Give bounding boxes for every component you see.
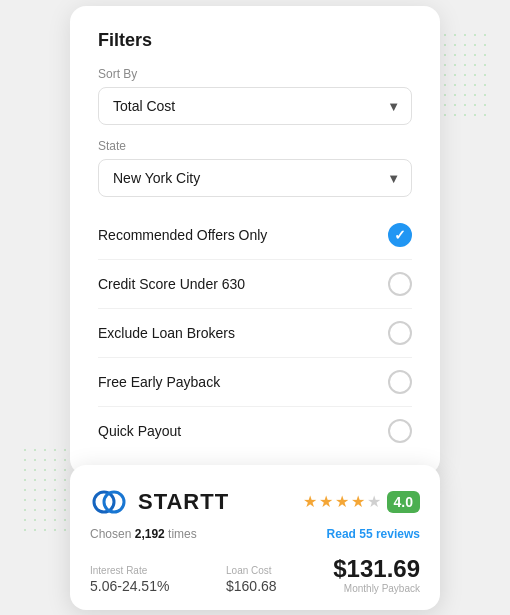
chosen-suffix: times [168,527,197,541]
sort-by-group: Sort By Total Cost Interest Rate Monthly… [98,67,412,125]
rating-badge: 4.0 [387,491,420,513]
result-meta-row: Chosen 2,192 times Read 55 reviews [90,527,420,541]
chosen-count: 2,192 [135,527,165,541]
checkbox-recommended[interactable] [388,223,412,247]
checkbox-item-recommended: Recommended Offers Only [98,211,412,260]
brand-logo: STARTT [90,483,229,521]
reviews-prefix: Read [327,527,360,541]
monthly-payback-label: Monthly Payback [333,583,420,594]
checkbox-label-credit-score: Credit Score Under 630 [98,276,245,292]
monthly-payback-group: $131.69 Monthly Payback [333,555,420,594]
result-card: STARTT ★ ★ ★ ★ ★ 4.0 Chosen 2,192 times [70,465,440,610]
star-3: ★ [335,492,349,511]
state-select-wrapper[interactable]: New York City Los Angeles Chicago Housto… [98,159,412,197]
star-rating: ★ ★ ★ ★ ★ [303,492,381,511]
state-select[interactable]: New York City Los Angeles Chicago Housto… [98,159,412,197]
main-container: Filters Sort By Total Cost Interest Rate… [70,6,440,610]
result-top-row: STARTT ★ ★ ★ ★ ★ 4.0 [90,483,420,521]
loan-cost-group: Loan Cost $160.68 [226,565,277,594]
checkbox-early-payback[interactable] [388,370,412,394]
checkbox-item-loan-brokers: Exclude Loan Brokers [98,309,412,358]
state-label: State [98,139,412,153]
reviews-suffix: reviews [376,527,420,541]
sort-by-select[interactable]: Total Cost Interest Rate Monthly Payment [98,87,412,125]
checkbox-item-credit-score: Credit Score Under 630 [98,260,412,309]
checkbox-label-recommended: Recommended Offers Only [98,227,267,243]
checkbox-credit-score[interactable] [388,272,412,296]
reviews-count[interactable]: 55 [359,527,372,541]
checkbox-item-quick-payout: Quick Payout [98,407,412,455]
checkbox-list: Recommended Offers Only Credit Score Und… [98,211,412,455]
star-1: ★ [303,492,317,511]
reviews-link[interactable]: Read 55 reviews [327,527,420,541]
brand-logo-icon [90,483,128,521]
sort-by-select-wrapper[interactable]: Total Cost Interest Rate Monthly Payment… [98,87,412,125]
sort-by-label: Sort By [98,67,412,81]
chosen-label: Chosen [90,527,135,541]
loan-cost-value: $160.68 [226,578,277,594]
checkbox-loan-brokers[interactable] [388,321,412,345]
interest-rate-value: 5.06-24.51% [90,578,169,594]
rating-section: ★ ★ ★ ★ ★ 4.0 [303,491,420,513]
star-2: ★ [319,492,333,511]
interest-rate-label: Interest Rate [90,565,169,576]
checkbox-item-early-payback: Free Early Payback [98,358,412,407]
star-5: ★ [367,492,381,511]
brand-name-text: STARTT [138,489,229,515]
checkbox-label-early-payback: Free Early Payback [98,374,220,390]
checkbox-label-quick-payout: Quick Payout [98,423,181,439]
star-4: ★ [351,492,365,511]
loan-cost-label: Loan Cost [226,565,277,576]
chosen-text: Chosen 2,192 times [90,527,197,541]
monthly-payback-value: $131.69 [333,555,420,583]
interest-rate-group: Interest Rate 5.06-24.51% [90,565,169,594]
result-numbers-row: Interest Rate 5.06-24.51% Loan Cost $160… [90,555,420,594]
state-group: State New York City Los Angeles Chicago … [98,139,412,197]
filters-card: Filters Sort By Total Cost Interest Rate… [70,6,440,475]
checkbox-label-loan-brokers: Exclude Loan Brokers [98,325,235,341]
filters-title: Filters [98,30,412,51]
checkbox-quick-payout[interactable] [388,419,412,443]
